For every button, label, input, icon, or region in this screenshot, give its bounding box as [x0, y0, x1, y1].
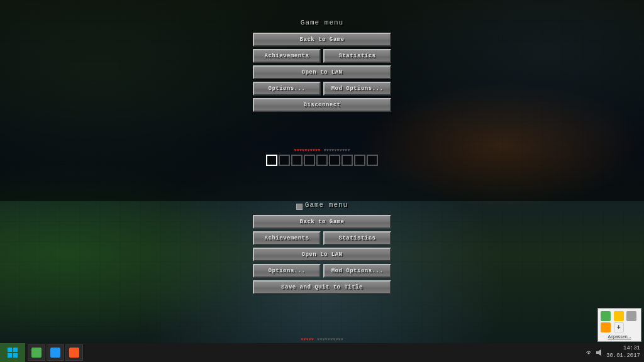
- status-area-top: ♥♥♥♥♥♥♥♥♥♥ ♥♥♥♥♥♥♥♥♥♥: [266, 148, 378, 166]
- hotbar-slot-top: [367, 155, 378, 166]
- taskbar-app-2[interactable]: [47, 344, 64, 361]
- volume-icon: [595, 348, 604, 357]
- menu-panel-bottom: Game menu Back to Game Achievements Stat…: [253, 201, 391, 294]
- taskbar-system-icons: [584, 348, 604, 357]
- hotbar-slot-top: [304, 155, 315, 166]
- health-bar-top: ♥♥♥♥♥♥♥♥♥♥ ♥♥♥♥♥♥♥♥♥♥: [294, 148, 350, 153]
- notification-popup: + Anpassen...: [597, 308, 641, 342]
- save-quit-button[interactable]: Save and Quit to Title: [253, 280, 391, 294]
- app-icon-3: [69, 348, 79, 358]
- hotbar-slot-selected-top: [266, 155, 277, 166]
- open-to-lan-button-top[interactable]: Open to LAN: [253, 65, 391, 79]
- notif-icon-gear: [626, 311, 636, 321]
- taskbar-clock: 14:31 30.01.2017: [606, 345, 640, 359]
- svg-rect-4: [596, 351, 599, 354]
- hotbar-slot-top: [354, 155, 365, 166]
- windows-icon: [8, 348, 18, 358]
- hotbar-slot-top: [279, 155, 290, 166]
- taskbar-right: 14:31 30.01.2017: [584, 345, 644, 359]
- options-row-top: Options... Mod Options...: [253, 82, 391, 96]
- taskbar-apps: [28, 344, 83, 361]
- health-bar-bottom: ♥♥♥♥♥ ♥♥♥♥♥♥♥♥♥♥: [301, 337, 343, 342]
- statistics-button-top[interactable]: Statistics: [323, 49, 391, 63]
- taskbar-app-1[interactable]: [28, 344, 45, 361]
- status-area-bottom: ♥♥♥♥♥ ♥♥♥♥♥♥♥♥♥♥: [301, 337, 343, 342]
- hotbar-slot-top: [329, 155, 340, 166]
- menu-panel-top: Game menu Back to Game Achievements Stat…: [253, 19, 391, 112]
- hearts-empty-bottom: ♥♥♥♥♥♥♥♥♥♥: [317, 337, 343, 342]
- notif-icon-green: [601, 311, 611, 321]
- notif-label[interactable]: Anpassen...: [601, 334, 638, 339]
- app-icon-2: [50, 348, 60, 358]
- clock-time: 14:31: [606, 345, 640, 353]
- svg-rect-0: [8, 348, 12, 352]
- svg-rect-3: [13, 353, 18, 358]
- open-to-lan-button-bottom[interactable]: Open to LAN: [253, 248, 391, 261]
- achievements-button-top[interactable]: Achievements: [253, 49, 321, 63]
- hearts-empty-top: ♥♥♥♥♥♥♥♥♥♥: [324, 148, 350, 153]
- title-row-bottom: Game menu: [296, 201, 348, 212]
- hotbar-slot-top: [316, 155, 328, 166]
- notif-icon-plus[interactable]: +: [614, 322, 624, 332]
- back-to-game-button-bottom[interactable]: Back to Game: [253, 215, 391, 229]
- hotbar-slot-top: [291, 155, 303, 166]
- notif-icons-grid: +: [601, 311, 638, 332]
- hotbar-top: [266, 155, 378, 166]
- network-icon: [584, 348, 593, 357]
- hotbar-slot-top: [341, 155, 353, 166]
- options-row-bottom: Options... Mod Options...: [253, 264, 391, 278]
- notif-icon-orange: [601, 322, 611, 332]
- menu-title-bottom: Game menu: [305, 201, 348, 209]
- achievements-button-bottom[interactable]: Achievements: [253, 231, 321, 245]
- wifi-icon: [585, 349, 592, 356]
- options-button-bottom[interactable]: Options...: [253, 264, 321, 278]
- hearts-bottom: ♥♥♥♥♥: [301, 337, 314, 342]
- hearts-top: ♥♥♥♥♥♥♥♥♥♥: [294, 148, 320, 153]
- svg-rect-1: [13, 348, 18, 352]
- menu-icon-bottom: [296, 204, 303, 210]
- start-button[interactable]: [0, 343, 25, 362]
- mod-options-button-top[interactable]: Mod Options...: [323, 82, 391, 96]
- options-button-top[interactable]: Options...: [253, 82, 321, 96]
- svg-rect-2: [8, 353, 12, 358]
- achievements-stats-row-bottom: Achievements Statistics: [253, 231, 391, 245]
- taskbar: 14:31 30.01.2017: [0, 343, 644, 362]
- notif-icon-yellow: [614, 311, 624, 321]
- achievements-stats-row-top: Achievements Statistics: [253, 49, 391, 63]
- speaker-icon: [596, 349, 603, 356]
- mod-options-button-bottom[interactable]: Mod Options...: [323, 264, 391, 278]
- statistics-button-bottom[interactable]: Statistics: [323, 231, 391, 245]
- clock-date: 30.01.2017: [606, 353, 640, 360]
- app-icon-1: [31, 348, 42, 358]
- taskbar-app-3[interactable]: [65, 344, 83, 361]
- menu-title-top: Game menu: [301, 19, 343, 26]
- disconnect-button[interactable]: Disconnect: [253, 98, 391, 112]
- back-to-game-button-top[interactable]: Back to Game: [253, 33, 391, 47]
